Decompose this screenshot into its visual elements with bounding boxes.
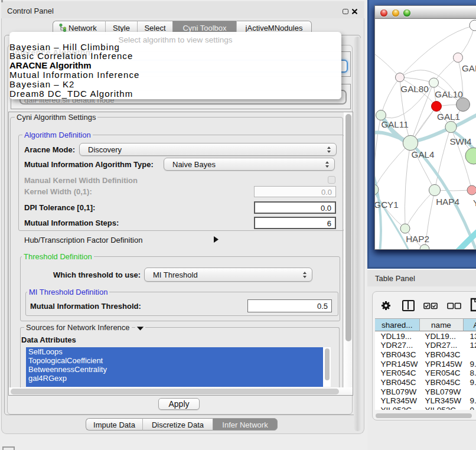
svg-text:GAL3: GAL3 xyxy=(462,63,476,73)
svg-text:HAP2: HAP2 xyxy=(406,234,429,244)
svg-text:HAP4: HAP4 xyxy=(436,197,459,207)
svg-text:GCY1: GCY1 xyxy=(375,200,399,210)
svg-text:SWI4: SWI4 xyxy=(449,136,471,146)
svg-text:GAL1: GAL1 xyxy=(437,112,460,122)
svg-text:YM: YM xyxy=(473,198,476,208)
svg-text:GAL4: GAL4 xyxy=(412,149,435,159)
svg-text:GAL10: GAL10 xyxy=(435,89,462,99)
svg-text:GAL11: GAL11 xyxy=(381,119,408,129)
svg-text:GAL80: GAL80 xyxy=(400,84,428,94)
